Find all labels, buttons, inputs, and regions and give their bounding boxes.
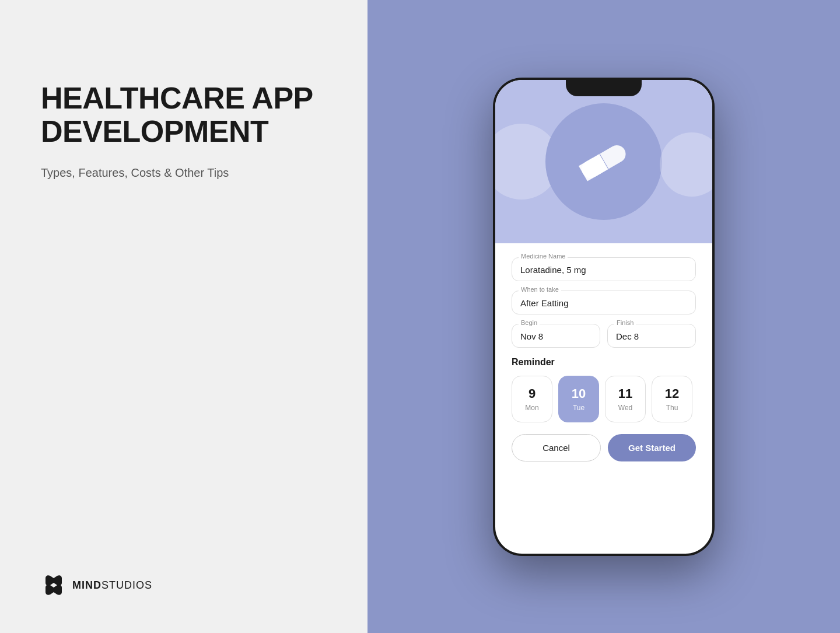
medicine-name-input[interactable]: Loratadine, 5 mg [512, 257, 696, 281]
pill-icon [574, 135, 634, 187]
when-to-take-label: When to take [519, 286, 561, 293]
phone-notch [566, 80, 642, 96]
day-num-mon: 9 [528, 386, 536, 401]
day-item-tue[interactable]: 10 Tue [558, 376, 599, 422]
date-row: Begin Nov 8 Finish Dec 8 [512, 324, 696, 348]
day-name-mon: Mon [525, 404, 538, 412]
day-num-thu: 12 [665, 386, 679, 401]
subtitle: Types, Features, Costs & Other Tips [41, 165, 327, 181]
left-content: HEALTHCARE APP DEVELOPMENT Types, Featur… [41, 82, 327, 181]
finish-label: Finish [614, 319, 636, 326]
day-num-tue: 10 [572, 386, 586, 401]
reminder-label: Reminder [512, 357, 696, 368]
phone-screen: Medicine Name Loratadine, 5 mg When to t… [495, 80, 712, 554]
day-name-thu: Thu [666, 404, 678, 412]
mindstudios-logo-icon [41, 572, 66, 598]
action-row: Cancel Get Started [512, 434, 696, 461]
medicine-name-field: Medicine Name Loratadine, 5 mg [512, 257, 696, 281]
day-name-wed: Wed [618, 404, 632, 412]
medicine-name-label: Medicine Name [519, 253, 568, 260]
logo-area: MINDSTUDIOS [41, 572, 327, 598]
logo-text: MINDSTUDIOS [72, 579, 152, 592]
when-to-take-input[interactable]: After Eatting [512, 291, 696, 314]
when-to-take-field: When to take After Eatting [512, 291, 696, 314]
finish-field: Finish Dec 8 [607, 324, 696, 348]
begin-field: Begin Nov 8 [512, 324, 600, 348]
day-item-thu[interactable]: 12 Thu [652, 376, 692, 422]
hero-circle-right [660, 132, 712, 197]
right-panel: Medicine Name Loratadine, 5 mg When to t… [368, 0, 840, 633]
left-panel: HEALTHCARE APP DEVELOPMENT Types, Featur… [0, 0, 368, 633]
day-name-tue: Tue [573, 404, 584, 412]
get-started-button[interactable]: Get Started [608, 434, 696, 461]
hero-area [495, 80, 712, 243]
day-num-wed: 11 [618, 386, 632, 401]
day-item-mon[interactable]: 9 Mon [512, 376, 552, 422]
day-item-wed[interactable]: 11 Wed [605, 376, 646, 422]
phone-frame: Medicine Name Loratadine, 5 mg When to t… [493, 78, 715, 556]
hero-circle-main [545, 103, 662, 220]
form-area: Medicine Name Loratadine, 5 mg When to t… [495, 243, 712, 554]
cancel-button[interactable]: Cancel [512, 434, 601, 461]
begin-input[interactable]: Nov 8 [512, 324, 600, 348]
days-row: 9 Mon 10 Tue 11 Wed 12 [512, 376, 696, 422]
begin-label: Begin [519, 319, 540, 326]
main-title: HEALTHCARE APP DEVELOPMENT [41, 82, 327, 148]
finish-input[interactable]: Dec 8 [607, 324, 696, 348]
